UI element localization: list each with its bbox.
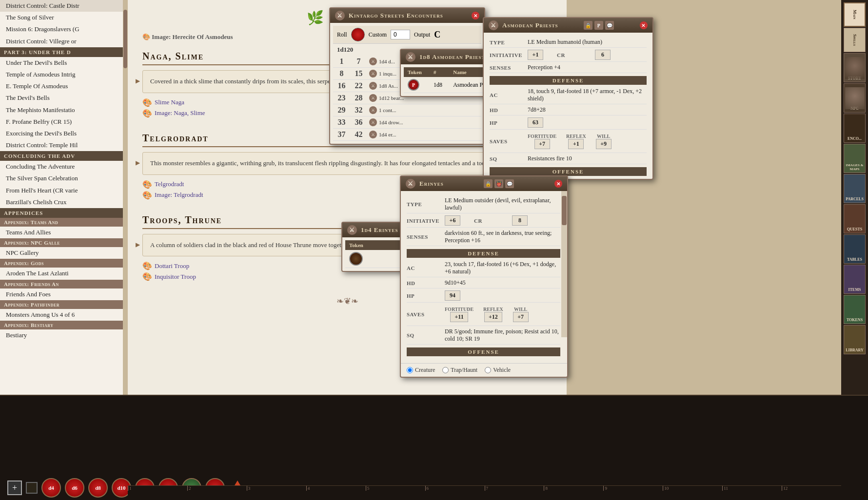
asmodean-info-icon[interactable]: P — [594, 21, 603, 30]
asmodean-token-col: Token — [404, 67, 430, 77]
sidebar-item-bestiary[interactable]: Bestiary — [0, 329, 127, 341]
sidebar-item-silver-span[interactable]: The Silver Span Celebration — [0, 173, 127, 184]
link-icon-inquisitor: 🎨 — [142, 272, 152, 281]
erinyes-creature-option[interactable]: Creature — [407, 366, 435, 374]
tab-npc[interactable]: NPC — [844, 83, 866, 113]
erinyes-chat-icon[interactable]: 💬 — [505, 179, 514, 188]
tab-tables[interactable]: TABLES — [844, 234, 866, 264]
kintargo-row6-icon: ⚔ — [369, 118, 377, 126]
sidebar-item-district-temple[interactable]: District Control: Temple Hil — [0, 139, 127, 151]
ruler-mark-11: 11 — [722, 486, 782, 491]
erinyes-type-label: Type — [407, 201, 441, 207]
asmodean-close-button[interactable]: ✕ — [640, 21, 648, 29]
tab-parcels[interactable]: PARCELS — [844, 174, 866, 203]
kintargo-window-icon: ⚔ — [335, 11, 345, 20]
erinyes-will-label: WILL — [514, 307, 527, 312]
link-icon-telg: 🎨 — [142, 180, 152, 189]
erinyes-vehicle-radio[interactable] — [485, 367, 491, 373]
erinyes-type-selection: Creature Trap/Haunt Vehicle — [401, 363, 567, 377]
erinyes-monster-icon[interactable]: 👹 — [494, 179, 503, 188]
erinyes-sub-icon: ⚔ — [347, 225, 357, 235]
tab-quests[interactable]: QUESTS — [844, 204, 866, 233]
sidebar-section-part3: Part 3: Under The D — [0, 47, 127, 57]
erinyes-creature-label: Creature — [415, 366, 435, 374]
asmodean-titlebar: ⚔ Asmodean Priests 🔒 P 💬 ✕ — [484, 18, 652, 33]
asmodean-reflex-label: REFLEX — [566, 134, 586, 139]
ruler-marks-container: 1 2 3 4 5 6 7 8 9 10 11 12 — [128, 486, 841, 500]
erinyes-vehicle-option[interactable]: Vehicle — [485, 366, 511, 374]
sidebar-item-song-of-silver[interactable]: The Song of Silver — [0, 12, 127, 23]
asmodean-chat-icon[interactable]: 💬 — [605, 21, 614, 30]
asmodean-saves-label: Saves — [490, 138, 524, 144]
asmodean-saves-group: FORTITUDE +7 REFLEX +1 WILL +9 — [528, 134, 612, 149]
tab-tokens[interactable]: TOKENS — [844, 295, 866, 324]
asmodean-reflex: REFLEX +1 — [566, 134, 586, 149]
sidebar-item-villegre[interactable]: District Control: Villegre or — [0, 36, 127, 47]
erinyes-trap-radio[interactable] — [442, 367, 449, 373]
sidebar-item-npc-gallery[interactable]: NPC Gallery — [0, 247, 127, 259]
asmodean-senses-value: Perception +4 — [528, 64, 560, 71]
sidebar-item-mission6[interactable]: Mission 6: Dragonslavers (G — [0, 23, 127, 35]
ruler-mark-12: 12 — [782, 486, 841, 491]
sidebar-item-monsters-among-us[interactable]: Monsters Among Us 4 of 6 — [0, 309, 127, 321]
sidebar-item-temple-intrig[interactable]: Temple of Asmodeus Intrig — [0, 69, 127, 80]
asmodean-hp-label: HP — [490, 120, 524, 126]
asmodean-defense-header: DEFENSE — [490, 76, 647, 85]
sidebar-item-from-hells-heart[interactable]: From Hell's Heart (CR varie — [0, 185, 127, 196]
erinyes-close-button[interactable]: ✕ — [554, 180, 562, 188]
sidebar-item-e-temple[interactable]: E. Temple Of Asmodeus — [0, 80, 127, 92]
kintargo-roll-5-val: 1 cont... — [379, 107, 481, 113]
image-prefix-text: Image: — [152, 33, 172, 40]
tab-story[interactable]: STORY — [844, 53, 866, 82]
erinyes-type-value: LE Medium outsider (devil, evil, extrapl… — [445, 197, 560, 212]
tab-quests-label: QUESTS — [847, 227, 863, 231]
sidebar-item-castle-district[interactable]: District Control: Castle Distr — [0, 0, 127, 12]
kintargo-row3-icon: ⚔ — [369, 82, 377, 90]
asmodean-lock-icon[interactable]: 🔒 — [584, 21, 592, 30]
asmodean-type-value: LE Medium humanoid (human) — [528, 38, 602, 46]
kintargo-close-button[interactable]: ✕ — [472, 12, 479, 19]
erinyes-trap-option[interactable]: Trap/Haunt — [442, 366, 477, 374]
small-square-button[interactable] — [26, 482, 38, 494]
sidebar-item-exorcising[interactable]: Exorcising the Devil's Bells — [0, 128, 127, 139]
plus-button[interactable]: + — [7, 481, 22, 495]
sidebar-item-aroden[interactable]: Aroden The Last Azlanti — [0, 268, 127, 279]
sidebar-item-devils-bells[interactable]: The Devil's Bells — [0, 92, 127, 104]
sidebar-item-profane-belfry[interactable]: F. Profane Belfry (CR 15) — [0, 116, 127, 128]
erinyes-reflex-value: +12 — [484, 312, 502, 322]
roll-die-button[interactable] — [351, 28, 365, 41]
custom-input[interactable] — [391, 30, 410, 39]
sidebar-item-friends-foes[interactable]: Friends And Foes — [0, 288, 127, 300]
tab-spells[interactable]: Spells — [844, 28, 866, 52]
erinyes-title: Erinyes — [419, 180, 444, 188]
sidebar-item-under-devils-bells[interactable]: Under The Devil's Bells — [0, 57, 127, 69]
sidebar-item-mephisto[interactable]: The Mephisto Manifestatio — [0, 104, 127, 116]
roll-label: Roll — [337, 31, 347, 38]
tab-items[interactable]: ITEMS — [844, 265, 866, 294]
d6-button[interactable]: d6 — [65, 478, 84, 498]
sidebar-item-concluding-adventure[interactable]: Concluding The Adventure — [0, 161, 127, 173]
sidebar-item-teams-allies[interactable]: Teams And Allies — [0, 227, 127, 238]
ruler-mark-6: 6 — [425, 486, 485, 491]
d8-button[interactable]: d8 — [88, 478, 108, 498]
tab-encounters[interactable]: ENCO... — [844, 114, 866, 143]
erinyes-stat-block: Type LE Medium outsider (devil, evil, ex… — [401, 191, 567, 363]
asmodean-token-circle: P — [408, 79, 419, 91]
d4-button[interactable]: d4 — [41, 478, 61, 498]
ruler-mark-7: 7 — [485, 486, 544, 491]
kintargo-roll-6: 33 36 ⚔ 1d4 drow... — [333, 116, 481, 129]
tab-images-maps[interactable]: IMAGES & MAPS — [844, 144, 866, 173]
asmodean-hp-value: 63 — [528, 117, 543, 128]
asmodean-senses-label: Senses — [490, 65, 524, 71]
sidebar-section-concluding: Concluding The Adv — [0, 151, 127, 161]
erinyes-init-row: INITIATIVE +6 CR 8 — [407, 215, 560, 228]
erinyes-sq-value: DR 5/good; Immune fire, poison; Resist a… — [445, 328, 560, 343]
erinyes-lock-icon[interactable]: 🔒 — [484, 179, 493, 188]
erinyes-creature-radio[interactable] — [407, 367, 413, 373]
sidebar-item-barzillai[interactable]: Barzillai's Chelish Crux — [0, 196, 127, 208]
tab-library[interactable]: LIBRARY — [844, 325, 866, 354]
image-prefix: 🎨 — [142, 33, 150, 40]
sidebar-scroll: District Control: Castle Distr The Song … — [0, 0, 127, 370]
tab-main[interactable]: Main — [844, 2, 866, 27]
erinyes-scrollbar[interactable] — [561, 191, 567, 337]
